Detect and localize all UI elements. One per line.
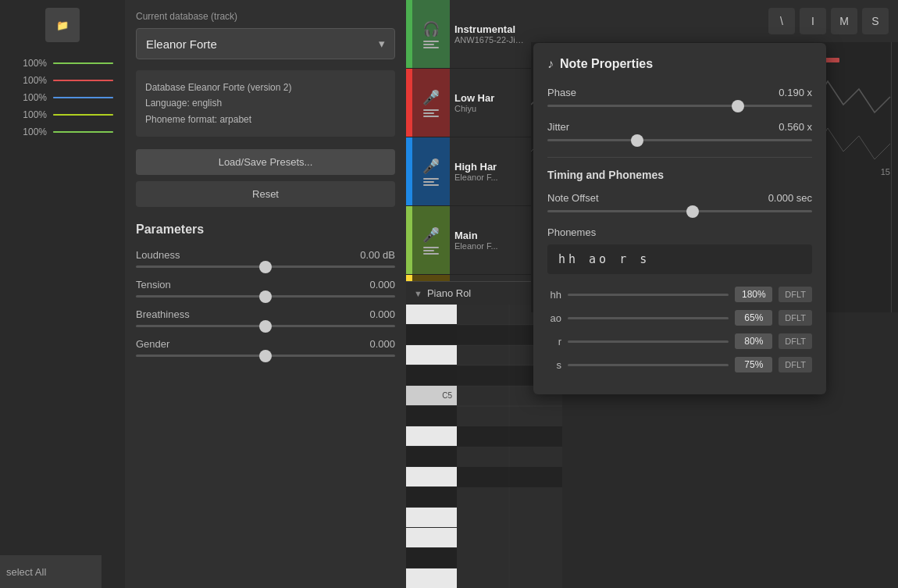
track-item-lowhar[interactable]: 🎤 Low Har Chiyu — [406, 69, 531, 137]
waveform-top-bar: \ I M S — [531, 0, 898, 42]
db-info-line2: Language: english — [145, 95, 386, 111]
timestamp-label: 15 — [881, 167, 890, 176]
gender-thumb[interactable] — [259, 350, 272, 362]
percent-label-4: 100% — [12, 109, 47, 120]
piano-key-7[interactable] — [406, 426, 457, 447]
select-all-button[interactable]: select All — [0, 555, 102, 588]
phoneme-dflt-ao[interactable]: DFLT — [779, 310, 812, 326]
phoneme-slider-ao[interactable] — [568, 317, 729, 319]
gender-slider[interactable] — [136, 355, 395, 357]
phoneme-row-ao: ao 65% DFLT — [547, 310, 812, 326]
note-offset-slider[interactable] — [547, 210, 812, 212]
phoneme-value-s: 75% — [735, 357, 772, 372]
percent-row-4: 100% — [12, 109, 113, 120]
note-offset-value: 0.000 sec — [768, 192, 812, 204]
track-color-bar-lowhar — [406, 69, 412, 137]
phase-slider[interactable] — [547, 105, 812, 107]
i-button[interactable]: I — [800, 8, 826, 34]
phonemes-display: hh ao r s — [547, 244, 812, 274]
track-lines-highhar — [423, 178, 439, 186]
track-name-lowhar: Low Har — [454, 92, 526, 104]
track-item-instrumental[interactable]: 🎧 Instrumental ANW1675-22-Jingle-D... — [406, 0, 531, 69]
backslash-button[interactable]: \ — [768, 8, 795, 34]
loudness-slider[interactable] — [136, 265, 395, 268]
piano-key-2[interactable] — [406, 325, 457, 345]
phase-label: Phase — [547, 87, 576, 98]
reset-button[interactable]: Reset — [136, 181, 395, 207]
piano-key-11[interactable] — [406, 508, 457, 528]
track-color-bar-main — [406, 206, 412, 274]
breathiness-thumb[interactable] — [259, 320, 272, 333]
piano-key-1[interactable] — [406, 305, 457, 325]
piano-key-c5[interactable]: C5 — [406, 386, 457, 406]
breathiness-slider[interactable] — [136, 325, 395, 327]
percent-fill-2 — [53, 80, 113, 81]
loudness-thumb[interactable] — [259, 261, 272, 273]
chevron-icon: ▼ — [414, 289, 422, 298]
jitter-thumb[interactable] — [631, 134, 643, 147]
time-cursor — [891, 42, 892, 312]
jitter-value: 0.560 x — [779, 121, 812, 133]
phoneme-value-r: 80% — [735, 333, 772, 349]
param-gender-value: 0.000 — [369, 338, 395, 350]
note-offset-row: Note Offset 0.000 sec — [547, 192, 812, 212]
note-offset-label: Note Offset — [547, 192, 599, 204]
track-name-instrumental: Instrumental — [454, 23, 526, 35]
piano-key-8[interactable] — [406, 447, 457, 467]
load-save-presets-button[interactable]: Load/Save Presets... — [136, 149, 395, 175]
track-text-instrumental: Instrumental ANW1675-22-Jingle-D... — [450, 0, 531, 68]
percent-label-2: 100% — [12, 75, 47, 86]
track-item-main[interactable]: 🎤 Main Eleanor F... — [406, 206, 531, 275]
phoneme-dflt-s[interactable]: DFLT — [779, 357, 812, 372]
tension-slider[interactable] — [136, 295, 395, 298]
piano-key-3[interactable] — [406, 345, 457, 365]
note-offset-thumb[interactable] — [686, 205, 699, 218]
s-button[interactable]: S — [862, 8, 889, 34]
percent-bar-2 — [53, 80, 113, 81]
param-breathiness-value: 0.000 — [369, 308, 395, 320]
track-icon-area-instrumental: 🎧 — [412, 0, 450, 68]
phoneme-slider-s[interactable] — [568, 364, 729, 366]
phoneme-dflt-hh[interactable]: DFLT — [779, 287, 812, 302]
note-properties-panel: ♪ Note Properties Phase 0.190 x Jitter 0… — [533, 43, 826, 394]
param-loudness-value: 0.00 dB — [360, 249, 395, 261]
jitter-slider[interactable] — [547, 139, 812, 141]
phoneme-dflt-r[interactable]: DFLT — [779, 333, 812, 349]
piano-key-4[interactable] — [406, 365, 457, 386]
track-lines-instrumental — [423, 41, 439, 48]
jitter-label: Jitter — [547, 121, 569, 133]
tension-thumb[interactable] — [259, 290, 272, 303]
phase-thumb[interactable] — [732, 100, 744, 112]
piano-key-9[interactable] — [406, 467, 457, 487]
piano-roll-label: Piano Rol — [427, 287, 471, 299]
phoneme-thumb-hh — [726, 287, 729, 303]
piano-key-10[interactable] — [406, 487, 457, 508]
track-icon-area-lowhar: 🎤 — [412, 69, 450, 137]
mic-icon-highhar: 🎤 — [422, 158, 440, 175]
db-info-box: Database Eleanor Forte (version 2) Langu… — [136, 70, 395, 137]
db-dropdown[interactable]: Eleanor Forte ▾ — [136, 28, 395, 59]
folder-button[interactable]: 📁 — [45, 8, 80, 42]
piano-roll-header[interactable]: ▼ Piano Rol — [406, 281, 531, 305]
percent-fill-4 — [53, 114, 113, 116]
track-lines-lowhar — [423, 109, 439, 117]
piano-key-12[interactable] — [406, 528, 457, 548]
piano-key-13[interactable] — [406, 548, 457, 568]
phoneme-value-hh: 180% — [735, 287, 772, 302]
percent-row-2: 100% — [12, 75, 113, 86]
phoneme-slider-hh[interactable] — [568, 294, 729, 296]
track-item-highhar[interactable]: 🎤 High Har Eleanor F... — [406, 137, 531, 206]
param-breathiness-label: Breathiness — [136, 308, 190, 320]
folder-icon: 📁 — [56, 20, 69, 31]
track-sub-main: Eleanor F... — [454, 241, 526, 251]
param-gender-label: Gender — [136, 338, 169, 350]
piano-key-6[interactable] — [406, 406, 457, 426]
m-button[interactable]: M — [831, 8, 857, 34]
headphones-icon: 🎧 — [422, 20, 440, 37]
track-color-bar-instrumental — [406, 0, 412, 68]
db-dropdown-value: Eleanor Forte — [146, 37, 217, 51]
percent-label-5: 100% — [12, 127, 47, 137]
piano-key-14[interactable] — [406, 568, 457, 588]
phoneme-slider-r[interactable] — [568, 340, 729, 343]
percent-row-3: 100% — [12, 92, 113, 103]
